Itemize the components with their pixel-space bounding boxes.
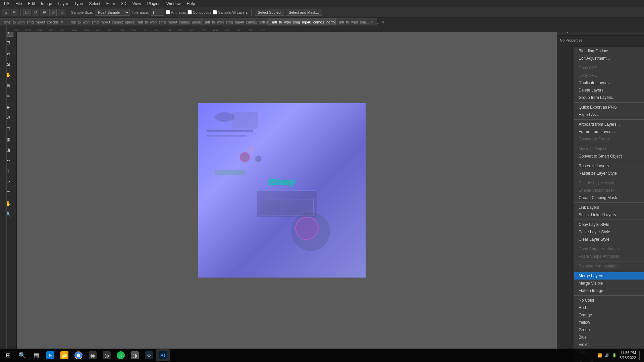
tab-5[interactable]: mtl_t6_wpn_smi... ✕ bbox=[335, 18, 377, 25]
ctx-merge-layers[interactable]: Merge Layers bbox=[574, 272, 644, 280]
ctx-quick-export[interactable]: Quick Export as PNG bbox=[574, 104, 644, 111]
ctx-convert-smart[interactable]: Convert to Smart Object bbox=[574, 153, 644, 160]
ctx-group-from-layers[interactable]: Group from Layers... bbox=[574, 94, 644, 101]
tool-measure-btn[interactable]: ⊞ bbox=[58, 9, 65, 16]
start-button[interactable]: ⊞ bbox=[1, 349, 15, 361]
menu-type[interactable]: Type bbox=[71, 1, 86, 7]
menu-ps[interactable]: PS bbox=[1, 1, 12, 7]
ctx-copy-css[interactable]: Copy CSS bbox=[574, 64, 644, 72]
ctx-rasterize-layer-style[interactable]: Rasterize Layer Style bbox=[574, 170, 644, 177]
tool-brush-btn[interactable]: ✏ bbox=[11, 9, 18, 16]
select-mask-btn[interactable]: Select and Mask... bbox=[286, 9, 322, 16]
ctx-green[interactable]: Green bbox=[574, 326, 644, 334]
tool-rect-btn[interactable]: ▢ bbox=[23, 9, 31, 16]
menu-edit[interactable]: Edit bbox=[25, 1, 38, 7]
ctx-frame-from-layers[interactable]: Frame from Layers... bbox=[574, 128, 644, 135]
taskbar-right: 📶 🔊 🔋 11:56 PM 3/18/2022 bbox=[597, 350, 643, 361]
task-view-button[interactable]: ▦ bbox=[30, 349, 43, 361]
menu-filter[interactable]: Filter bbox=[104, 1, 118, 7]
app1[interactable]: ◉ bbox=[86, 349, 99, 361]
canvas-area[interactable]: Rimmy bbox=[7, 32, 557, 349]
ctx-enable-vector-mask[interactable]: Enable Vector Mask bbox=[574, 187, 644, 194]
contiguous-checkbox[interactable] bbox=[187, 10, 192, 14]
ctx-copy-svg[interactable]: Copy SVG bbox=[574, 72, 644, 79]
tab-2[interactable]: mtl_t6_wpn_smg_mp40_camo2_glossiness.psd… bbox=[134, 18, 201, 25]
antialias-checkbox[interactable] bbox=[166, 10, 170, 14]
show-desktop-btn[interactable] bbox=[639, 351, 640, 360]
tab-5-close[interactable]: ✕ bbox=[371, 20, 374, 24]
app3[interactable]: ◑ bbox=[128, 349, 142, 361]
photoshop-app[interactable]: Ps bbox=[156, 349, 170, 361]
ctx-clear-layer-style[interactable]: Clear Layer Style bbox=[574, 236, 644, 243]
contiguous-wrap: Contiguous bbox=[187, 10, 212, 14]
tab-0[interactable]: gmtl_t6_wpn_smg_mp40_col.dds ✕ bbox=[0, 18, 67, 25]
menu-image[interactable]: Image bbox=[38, 1, 55, 7]
ctx-mask-all-objects[interactable]: Mask All Objects bbox=[574, 145, 644, 153]
sample-all-checkbox[interactable] bbox=[213, 10, 217, 14]
tab-4-close[interactable]: ✕ bbox=[381, 20, 384, 24]
ctx-red[interactable]: Red bbox=[574, 304, 644, 311]
search-button[interactable]: 🔍 bbox=[15, 349, 29, 361]
menu-help[interactable]: Help bbox=[184, 1, 198, 7]
ctx-violet[interactable]: Violet bbox=[574, 341, 644, 348]
menu-layer[interactable]: Layer bbox=[55, 1, 71, 7]
ctx-edit-adjustment[interactable]: Edit Adjustment... bbox=[574, 55, 644, 62]
ctx-release-from-isolation[interactable]: Release from Isolation bbox=[574, 262, 644, 270]
ruler-mark: 600 bbox=[69, 29, 80, 32]
contiguous-label: Contiguous bbox=[193, 10, 212, 14]
ctx-paste-shape-attributes[interactable]: Paste Shape Attributes bbox=[574, 253, 644, 260]
menu-plugins[interactable]: Plugins bbox=[145, 1, 163, 7]
ctx-link-layers[interactable]: Link Layers bbox=[574, 204, 644, 211]
ruler-mark: 400 bbox=[186, 29, 198, 32]
ruler-mark: 100 bbox=[127, 29, 139, 32]
tool-home-btn[interactable]: ⌂ bbox=[2, 9, 9, 16]
chrome-app[interactable] bbox=[72, 349, 85, 361]
toolbar: ⌂ ✏ ▢ ⊙ ⊛ ⊟ ⊞ Sample Size: Point Sample … bbox=[0, 7, 644, 17]
ctx-copy-shape-attributes[interactable]: Copy Shape Attributes bbox=[574, 245, 644, 253]
menu-3d[interactable]: 3D bbox=[118, 1, 129, 7]
tab-3[interactable]: mtl_t6_wpn_smg_mp40_camo2_diffuse.psd ✕ bbox=[201, 18, 268, 25]
app2[interactable]: ◎ bbox=[100, 349, 113, 361]
tool-wand-btn[interactable]: ⊛ bbox=[41, 9, 48, 16]
ctx-sep-5 bbox=[574, 161, 644, 161]
tab-0-close[interactable]: ✕ bbox=[61, 20, 63, 24]
steam-app[interactable]: ⚙ bbox=[142, 349, 156, 361]
ctx-no-color[interactable]: No Color bbox=[574, 297, 644, 304]
ctx-artboard-from-layers[interactable]: Artboard from Layers... bbox=[574, 121, 644, 128]
ctx-select-linked-layers[interactable]: Select Linked Layers bbox=[574, 211, 644, 219]
tool-crop-btn[interactable]: ⊟ bbox=[49, 9, 57, 16]
ctx-merge-visible[interactable]: Merge Visible bbox=[574, 280, 644, 287]
menu-window[interactable]: Window bbox=[164, 1, 183, 7]
app2-icon: ◎ bbox=[103, 351, 111, 359]
ctx-copy-layer-style[interactable]: Copy Layer Style bbox=[574, 221, 644, 228]
tolerance-input[interactable] bbox=[151, 9, 164, 16]
ctx-paste-layer-style[interactable]: Paste Layer Style bbox=[574, 228, 644, 236]
ctx-create-clipping-mask[interactable]: Create Clipping Mask bbox=[574, 194, 644, 201]
ctx-sep-1 bbox=[574, 63, 644, 63]
menu-file[interactable]: File bbox=[13, 1, 24, 7]
menu-view[interactable]: View bbox=[130, 1, 144, 7]
ruler-mark: 1000 bbox=[22, 29, 34, 32]
ctx-blending-options[interactable]: Blending Options... bbox=[574, 47, 644, 55]
explorer-app[interactable]: 📁 bbox=[58, 349, 71, 361]
menu-select[interactable]: Select bbox=[86, 1, 103, 7]
edge-app[interactable]: e bbox=[44, 349, 57, 361]
tool-lasso-btn[interactable]: ⊙ bbox=[32, 9, 39, 16]
ctx-blue[interactable]: Blue bbox=[574, 334, 644, 341]
ctx-duplicate-layers[interactable]: Duplicate Layers... bbox=[574, 79, 644, 86]
tab-4[interactable]: mtl_t6_wpn_smg_mp40_camo1_normal.psd @ 3… bbox=[268, 18, 335, 25]
select-subject-btn[interactable]: Select Subject bbox=[255, 9, 284, 16]
steam-icon: ⚙ bbox=[145, 351, 153, 359]
spotify-app[interactable]: ♫ bbox=[114, 349, 127, 361]
ctx-yellow[interactable]: Yellow bbox=[574, 319, 644, 326]
ctx-convert-to-frame[interactable]: Convert to Frame bbox=[574, 135, 644, 143]
tab-1[interactable]: mtl_t6_wpn_smg_mp40_camo2_specular.psd ✕ bbox=[67, 18, 134, 25]
ctx-flatten-image[interactable]: Flatten Image bbox=[574, 287, 644, 294]
time-display: 11:56 PM bbox=[620, 350, 636, 355]
ctx-disable-layer-mask[interactable]: Disable Layer Mask bbox=[574, 179, 644, 187]
samplesize-select[interactable]: Point Sample 3 by 3 Average 5 by 5 Avera… bbox=[95, 9, 130, 16]
ctx-delete-layers[interactable]: Delete Layers bbox=[574, 86, 644, 94]
ctx-rasterize-layers[interactable]: Rasterize Layers bbox=[574, 162, 644, 170]
ctx-export-as[interactable]: Export As... bbox=[574, 111, 644, 118]
ctx-orange[interactable]: Orange bbox=[574, 311, 644, 319]
